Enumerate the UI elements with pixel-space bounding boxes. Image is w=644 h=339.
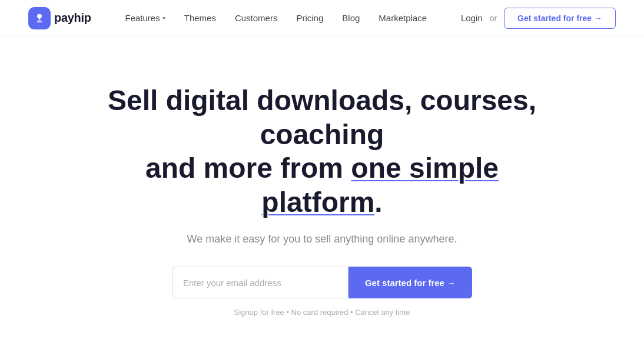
logo-icon[interactable] (28, 7, 51, 29)
navbar: payhip Features ▾ Themes Customers Prici… (0, 0, 644, 36)
nav-cta-button[interactable]: Get started for free → (504, 8, 616, 29)
login-link[interactable]: Login (461, 13, 483, 23)
nav-link-blog[interactable]: Blog (342, 13, 360, 23)
nav-actions: Login or Get started for free → (461, 8, 616, 29)
nav-link-features[interactable]: Features ▾ (125, 13, 165, 23)
brand-name: payhip (54, 11, 91, 25)
hero-section: Sell digital downloads, courses, coachin… (0, 36, 644, 339)
chevron-down-icon: ▾ (162, 15, 165, 21)
hero-title: Sell digital downloads, courses, coachin… (104, 84, 540, 219)
logo-group: payhip (28, 7, 91, 29)
hero-cta-button[interactable]: Get started for free → (348, 267, 472, 298)
email-input[interactable] (172, 267, 348, 298)
hero-form: Get started for free → (172, 267, 472, 298)
nav-link-marketplace[interactable]: Marketplace (379, 13, 427, 23)
nav-links: Features ▾ Themes Customers Pricing Blog… (125, 13, 427, 23)
nav-link-themes[interactable]: Themes (184, 13, 216, 23)
nav-link-customers[interactable]: Customers (235, 13, 278, 23)
or-separator: or (490, 14, 497, 23)
hero-subtitle: We make it easy for you to sell anything… (187, 233, 457, 245)
hero-note: Signup for free • No card required • Can… (234, 308, 410, 317)
nav-link-pricing[interactable]: Pricing (296, 13, 323, 23)
